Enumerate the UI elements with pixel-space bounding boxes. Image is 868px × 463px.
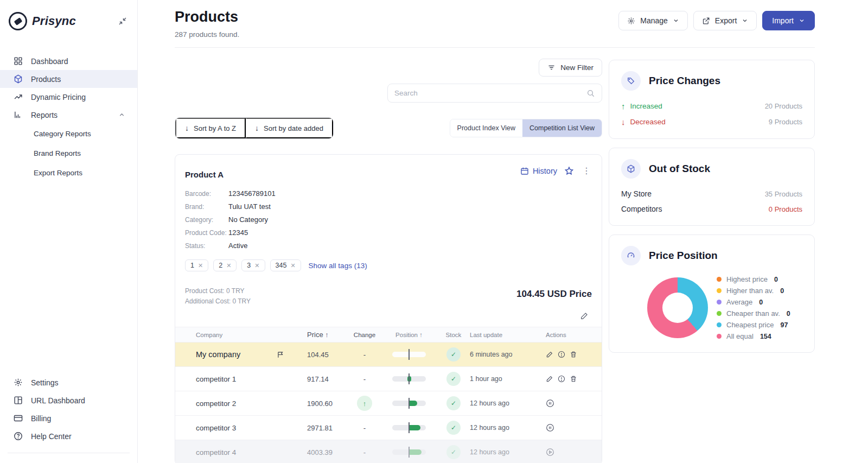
price-value: 104.45	[307, 351, 348, 359]
price-value: 2971.81	[307, 424, 348, 432]
edit-price-icon[interactable]	[580, 312, 589, 320]
my-store-count: 35 Products	[765, 190, 802, 198]
cube-icon	[13, 74, 23, 84]
legend-dot	[717, 288, 722, 293]
new-filter-button[interactable]: New Filter	[539, 59, 602, 77]
export-icon	[702, 17, 710, 25]
sidebar-item-category-reports[interactable]: Category Reports	[0, 124, 137, 143]
layout-icon	[13, 396, 23, 405]
trash-icon[interactable]	[570, 375, 577, 383]
company-name: competitor 1	[175, 375, 307, 383]
tag-chip[interactable]: 345✕	[270, 259, 301, 271]
history-button[interactable]: History	[520, 167, 557, 175]
sidebar-item-settings[interactable]: Settings	[0, 373, 137, 391]
arrow-up-icon: ↑	[621, 102, 626, 111]
remove-tag-icon[interactable]: ✕	[198, 262, 203, 269]
decreased-row: ↓Decreased 9 Products	[621, 117, 802, 126]
favorite-star-icon[interactable]	[564, 166, 574, 176]
donut-legend: Highest price0 Higher than av.0 Average0…	[717, 275, 790, 340]
products-panel: New Filter ↓ Sort by A	[175, 55, 602, 463]
col-position[interactable]: Position ↑	[381, 332, 437, 338]
col-last-update: Last update	[470, 332, 546, 338]
gear-icon	[13, 378, 23, 388]
table-header: Company Price ↑ Change Position ↑ Stock …	[175, 327, 602, 343]
edit-icon[interactable]	[546, 351, 553, 358]
sidebar-item-url-dashboard[interactable]: URL Dashboard	[0, 391, 137, 409]
header-actions: Manage Export Import	[618, 11, 815, 30]
product-fields: Barcode:123456789101 Brand:Tulu UAT test…	[175, 179, 602, 250]
price-position-card: Price Position Highest price0 Higher tha…	[609, 234, 815, 353]
show-all-tags-link[interactable]: Show all tags (13)	[309, 262, 367, 270]
sidebar-item-reports[interactable]: Reports	[0, 106, 137, 124]
tag-chip[interactable]: 2✕	[213, 259, 237, 271]
col-price[interactable]: Price ↑	[307, 331, 348, 339]
product-price: 104.45 USD Price	[516, 289, 592, 300]
tab-product-index-view[interactable]: Product Index View	[450, 119, 522, 137]
sidebar-item-brand-reports[interactable]: Brand Reports	[0, 143, 137, 163]
import-button[interactable]: Import	[762, 11, 815, 30]
sidebar-item-export-reports[interactable]: Export Reports	[0, 163, 137, 182]
logo-row: Prisync	[0, 12, 137, 30]
in-stock-check-icon: ✓	[446, 445, 461, 459]
sidebar-item-label: URL Dashboard	[31, 396, 85, 405]
position-indicator	[392, 449, 426, 455]
alert-circle-icon[interactable]	[558, 375, 565, 383]
tag-chip[interactable]: 1✕	[185, 259, 208, 271]
legend-dot	[717, 277, 722, 282]
sidebar-item-billing[interactable]: Billing	[0, 409, 137, 427]
price-value: 917.14	[307, 375, 348, 383]
sidebar-footer: Settings URL Dashboard Billing Help Cent…	[0, 373, 137, 463]
legend-dot	[717, 300, 722, 305]
category-value: No Category	[228, 215, 268, 224]
product-cost: Product Cost: 0 TRY	[185, 287, 251, 295]
status-value: Active	[228, 242, 247, 250]
sidebar-item-label: Dashboard	[31, 57, 68, 66]
card-title: Price Changes	[649, 75, 720, 87]
table-row-competitor-1: competitor 1 917.14 - ✓ 1 hour ago	[175, 367, 602, 391]
alert-circle-icon[interactable]	[558, 351, 565, 358]
tag-chip[interactable]: 3✕	[241, 259, 265, 271]
search-input[interactable]	[394, 89, 586, 97]
competitors-row: Competitors 0 Products	[621, 205, 802, 213]
barcode-value: 123456789101	[228, 189, 276, 198]
legend-dot	[717, 334, 722, 339]
pause-circle-icon[interactable]	[546, 399, 554, 408]
decreased-count: 9 Products	[769, 118, 802, 126]
change-value: -	[348, 351, 381, 359]
dashboard-grid-icon	[13, 56, 23, 66]
remove-tag-icon[interactable]: ✕	[226, 262, 231, 269]
search-box	[387, 84, 602, 103]
in-stock-check-icon: ✓	[446, 421, 461, 435]
sort-az-button[interactable]: ↓ Sort by A to Z	[175, 118, 246, 138]
flag-icon[interactable]	[277, 351, 284, 359]
position-indicator	[392, 401, 426, 406]
sort-date-button[interactable]: ↓ Sort by date added	[246, 118, 333, 138]
sidebar-item-dynamic-pricing[interactable]: Dynamic Pricing	[0, 88, 137, 106]
trending-up-icon	[13, 92, 23, 102]
sidebar-item-help-center[interactable]: Help Center	[0, 427, 137, 445]
sort-group: ↓ Sort by A to Z ↓ Sort by date added	[175, 117, 334, 139]
search-icon[interactable]	[586, 89, 595, 98]
field-label: Category:	[185, 216, 228, 224]
field-label: Status:	[185, 242, 228, 250]
remove-tag-icon[interactable]: ✕	[290, 262, 295, 269]
card-title: Out of Stock	[649, 163, 710, 175]
col-stock: Stock	[437, 332, 470, 338]
export-button[interactable]: Export	[693, 11, 757, 30]
manage-button[interactable]: Manage	[618, 11, 688, 30]
sort-asc-icon: ↑	[325, 331, 329, 339]
app-root: Prisync Dashboard Products	[0, 0, 868, 463]
kebab-menu-icon[interactable]: ⋮	[581, 166, 592, 176]
last-update: 12 hours ago	[470, 424, 546, 432]
sidebar-item-dashboard[interactable]: Dashboard	[0, 52, 137, 70]
sidebar-item-products[interactable]: Products	[0, 70, 137, 88]
pause-circle-icon[interactable]	[546, 423, 554, 432]
remove-tag-icon[interactable]: ✕	[254, 262, 259, 269]
position-indicator	[392, 376, 426, 382]
cube-icon	[621, 159, 641, 179]
trash-icon[interactable]	[570, 351, 577, 358]
tab-competition-list-view[interactable]: Competition List View	[522, 119, 602, 137]
sidebar-collapse-icon[interactable]	[118, 16, 127, 26]
edit-icon[interactable]	[546, 375, 553, 383]
play-circle-icon[interactable]	[546, 448, 554, 456]
